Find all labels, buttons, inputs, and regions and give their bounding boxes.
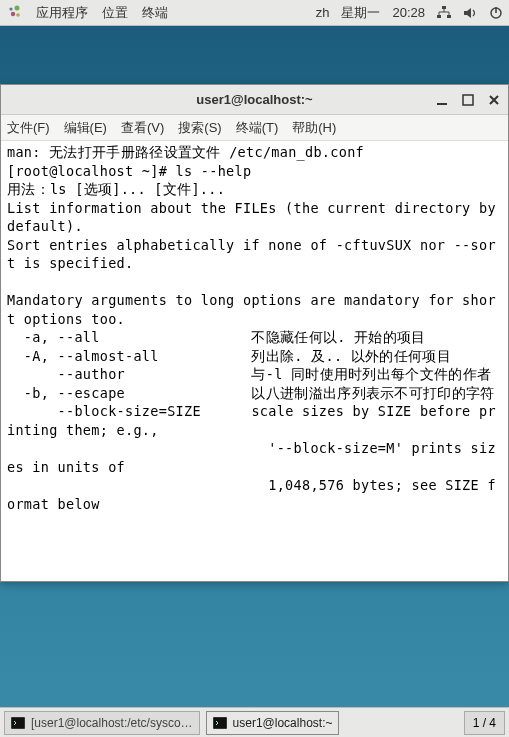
top-menus: 应用程序 位置 终端 (36, 4, 168, 22)
workspace-switcher[interactable]: 1 / 4 (464, 711, 505, 735)
task-label: user1@localhost:~ (233, 716, 333, 730)
terminal-icon (11, 716, 25, 730)
window-titlebar[interactable]: user1@localhost:~ (1, 85, 508, 115)
top-panel: 应用程序 位置 终端 zh 星期一 20:28 (0, 0, 509, 26)
maximize-button[interactable] (460, 92, 476, 108)
bottom-taskbar: [user1@localhost:/etc/sysco… user1@local… (0, 707, 509, 737)
menu-terminal[interactable]: 终端 (142, 4, 168, 22)
window-menubar: 文件(F) 编辑(E) 查看(V) 搜索(S) 终端(T) 帮助(H) (1, 115, 508, 141)
terminal-icon (213, 716, 227, 730)
svg-rect-8 (495, 7, 497, 13)
terminal-window: user1@localhost:~ 文件(F) 编辑(E) 查看(V) 搜索(S… (0, 84, 509, 582)
task-label: [user1@localhost:/etc/sysco… (31, 716, 193, 730)
menu-help[interactable]: 帮助(H) (292, 119, 336, 137)
menu-terminal-sub[interactable]: 终端(T) (236, 119, 279, 137)
terminal-output[interactable]: man: 无法打开手册路径设置文件 /etc/man_db.conf [root… (1, 141, 508, 581)
menu-places[interactable]: 位置 (102, 4, 128, 22)
menu-view[interactable]: 查看(V) (121, 119, 164, 137)
task-button-1[interactable]: [user1@localhost:/etc/sysco… (4, 711, 200, 735)
input-method-indicator[interactable]: zh (316, 5, 330, 20)
gnome-logo-icon (6, 5, 22, 21)
volume-icon[interactable] (463, 6, 477, 20)
window-controls (434, 92, 502, 108)
svg-point-2 (11, 11, 15, 15)
svg-rect-9 (437, 103, 447, 105)
menu-edit[interactable]: 编辑(E) (64, 119, 107, 137)
menu-file[interactable]: 文件(F) (7, 119, 50, 137)
window-title: user1@localhost:~ (1, 92, 508, 107)
svg-point-1 (9, 7, 12, 10)
top-right-tray: zh 星期一 20:28 (316, 4, 503, 22)
network-icon[interactable] (437, 6, 451, 20)
svg-rect-12 (12, 718, 24, 728)
workspace-label: 1 / 4 (473, 716, 496, 730)
clock-day[interactable]: 星期一 (341, 4, 380, 22)
menu-search[interactable]: 搜索(S) (178, 119, 221, 137)
svg-rect-5 (437, 15, 441, 18)
svg-rect-10 (463, 95, 473, 105)
svg-point-3 (16, 13, 20, 17)
svg-rect-4 (442, 6, 446, 9)
close-button[interactable] (486, 92, 502, 108)
menu-applications[interactable]: 应用程序 (36, 4, 88, 22)
svg-rect-14 (214, 718, 226, 728)
power-icon[interactable] (489, 6, 503, 20)
task-button-2[interactable]: user1@localhost:~ (206, 711, 340, 735)
svg-rect-6 (447, 15, 451, 18)
minimize-button[interactable] (434, 92, 450, 108)
clock-time[interactable]: 20:28 (392, 5, 425, 20)
svg-point-0 (15, 5, 20, 10)
